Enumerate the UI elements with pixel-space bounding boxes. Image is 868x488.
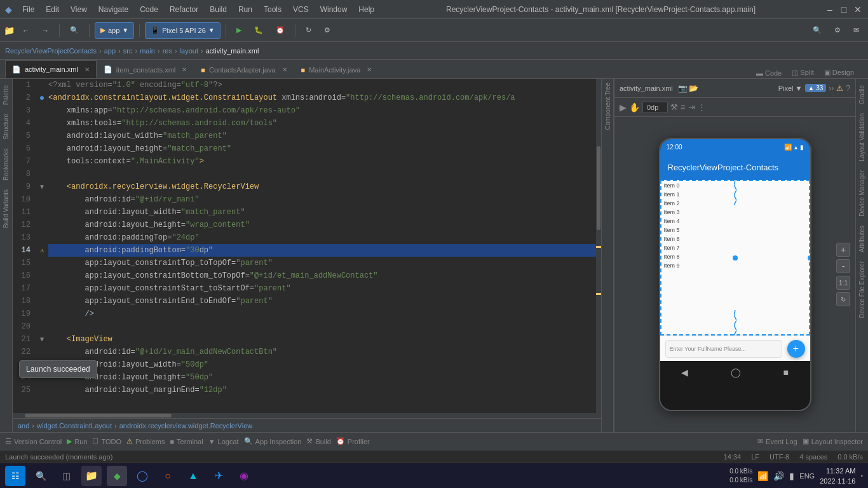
more-options-btn[interactable]: ›› xyxy=(829,84,834,93)
device-selector-button[interactable]: 📱 Pixel 5 API 26 ▼ xyxy=(145,22,220,39)
todo-btn[interactable]: ☐ TODO xyxy=(92,437,121,445)
tab-close-4[interactable]: ✕ xyxy=(367,66,372,73)
structure-panel-tab[interactable]: Structure xyxy=(1,110,11,144)
run-button[interactable]: ▶ xyxy=(231,22,247,39)
bookmarks-panel-tab[interactable]: Bookmarks xyxy=(1,145,11,184)
close-button[interactable]: ✕ xyxy=(853,4,863,15)
profiler-btn[interactable]: ⏰ Profiler xyxy=(336,437,370,445)
menu-window[interactable]: Window xyxy=(318,4,350,15)
split-view-btn[interactable]: ◫ Split xyxy=(788,67,817,78)
tab-close-2[interactable]: ✕ xyxy=(182,66,187,73)
search-everywhere-button[interactable]: 🔍 xyxy=(65,22,84,39)
dsb-tool-4[interactable]: ⋮ xyxy=(698,102,706,112)
design-view-btn[interactable]: ▣ Design xyxy=(820,67,858,78)
breadcrumb-app[interactable]: app xyxy=(104,47,116,55)
gutter-fold-9[interactable]: ▼ xyxy=(36,180,48,193)
menu-build[interactable]: Build xyxy=(207,4,229,15)
firefox-taskbar-btn[interactable]: ○ xyxy=(158,466,178,486)
run-config-button[interactable]: ▶ app ▼ xyxy=(95,22,134,39)
dsb-padding-input[interactable]: 0dp xyxy=(642,102,668,113)
breadcrumb-file[interactable]: activity_main.xml xyxy=(206,47,259,55)
menu-help[interactable]: Help xyxy=(356,4,377,15)
profile-button[interactable]: ⏰ xyxy=(271,22,290,39)
component-tree-tab[interactable]: Component Tree xyxy=(602,79,613,134)
dsb-tool-1[interactable]: ⚒ xyxy=(670,102,678,112)
tab-close-1[interactable]: ✕ xyxy=(85,66,90,73)
dsb-cursor-btn[interactable]: ▶ xyxy=(620,102,627,112)
breadcrumb-src[interactable]: src xyxy=(123,47,133,55)
fit-screen-btn[interactable]: 1:1 xyxy=(836,276,850,290)
gutter-fold-21[interactable]: ▼ xyxy=(36,333,48,346)
breadcrumb-main[interactable]: main xyxy=(140,47,155,55)
menu-tools[interactable]: Tools xyxy=(261,4,284,15)
chrome-taskbar-btn[interactable]: ◯ xyxy=(132,466,153,486)
logcat-btn[interactable]: ▼ Logcat xyxy=(208,438,239,445)
gradle-panel-tab[interactable]: Gradle xyxy=(857,81,867,108)
right-handle[interactable] xyxy=(808,255,811,261)
dsb-tool-2[interactable]: ≡ xyxy=(681,102,686,112)
gradle-sync-button[interactable]: ⚙ xyxy=(319,22,336,39)
undo-button[interactable]: ← xyxy=(17,22,34,39)
show-desktop-btn[interactable]: ▪ xyxy=(860,472,863,479)
pixel-selector[interactable]: Pixel ▼ xyxy=(778,85,803,92)
zoom-out-btn[interactable]: - xyxy=(836,259,850,273)
build-btn[interactable]: ⚒ Build xyxy=(306,437,330,445)
dsb-hand-btn[interactable]: ✋ xyxy=(629,102,640,112)
bc-recyclerview[interactable]: androidx.recyclerview.widget.RecyclerVie… xyxy=(119,422,253,430)
menu-vcs[interactable]: VCS xyxy=(290,4,311,15)
breadcrumb-layout[interactable]: layout xyxy=(180,47,198,55)
redo-button[interactable]: → xyxy=(37,22,54,39)
menu-file[interactable]: File xyxy=(20,4,37,15)
menu-code[interactable]: Code xyxy=(137,4,161,15)
palette-panel-tab[interactable]: Palette xyxy=(1,81,11,109)
layout-inspector-btn[interactable]: ▣ Layout Inspector xyxy=(803,437,863,445)
dsb-tool-3[interactable]: ⇥ xyxy=(688,102,695,112)
start-button[interactable]: ☷ xyxy=(5,466,25,486)
editor-hscroll[interactable] xyxy=(13,413,601,418)
code-view-btn[interactable]: ▬ Code xyxy=(752,68,785,78)
api-level-badge[interactable]: ▲ 33 xyxy=(805,84,827,92)
tab-main-activity[interactable]: ■ MainActivity.java ✕ xyxy=(294,60,379,78)
version-control-btn[interactable]: ☰ Version Control xyxy=(5,437,62,445)
tab-close-3[interactable]: ✕ xyxy=(282,66,287,73)
minimize-button[interactable]: – xyxy=(825,4,835,15)
app-inspection-btn[interactable]: 🔍 App Inspection xyxy=(244,437,302,445)
help-design-btn[interactable]: ? xyxy=(846,84,850,93)
sync-button[interactable]: ↻ xyxy=(301,22,316,39)
search-button[interactable]: 🔍 xyxy=(808,22,827,39)
maximize-button[interactable]: □ xyxy=(839,4,849,15)
menu-refactor[interactable]: Refactor xyxy=(167,4,201,15)
tab-activity-main[interactable]: 📄 activity_main.xml ✕ xyxy=(5,60,97,78)
settings-button[interactable]: ⚙ xyxy=(829,22,846,39)
reset-zoom-btn[interactable]: ↻ xyxy=(836,292,850,306)
menu-view[interactable]: View xyxy=(68,4,90,15)
app5-taskbar-btn[interactable]: ▲ xyxy=(183,466,203,486)
problems-btn[interactable]: ⚠ Problems xyxy=(126,437,165,445)
file-explorer-taskbar-btn[interactable]: 📁 xyxy=(81,466,102,486)
search-taskbar-btn[interactable]: 🔍 xyxy=(31,466,51,486)
notifications-button[interactable]: ✉ xyxy=(848,22,864,39)
device-manager-panel-tab[interactable]: Device Manager xyxy=(857,166,867,220)
tab-item-contacts[interactable]: 📄 item_constacts.xml ✕ xyxy=(97,60,194,78)
layout-validation-panel-tab[interactable]: Layout Validation xyxy=(857,109,867,165)
android-studio-taskbar-btn[interactable]: ◆ xyxy=(107,466,127,486)
editor-vscroll[interactable] xyxy=(596,79,601,413)
terminal-btn[interactable]: ■ Terminal xyxy=(170,438,203,445)
breadcrumb-project[interactable]: RecyclerViewProjectContacts xyxy=(5,47,97,55)
breadcrumb-res[interactable]: res xyxy=(163,47,172,55)
menu-run[interactable]: Run xyxy=(236,4,255,15)
build-variants-panel-tab[interactable]: Build Variants xyxy=(1,186,11,232)
task-view-btn[interactable]: ◫ xyxy=(56,466,76,486)
run-panel-btn[interactable]: ▶ Run xyxy=(67,437,87,445)
menu-navigate[interactable]: Navigate xyxy=(96,4,131,15)
bc-and[interactable]: and xyxy=(18,422,29,430)
tab-contacts-adapter[interactable]: ■ ContactsAdapter.java ✕ xyxy=(194,60,294,78)
zoom-in-btn[interactable]: + xyxy=(836,243,850,257)
center-handle-top[interactable] xyxy=(733,255,738,261)
device-file-explorer-tab[interactable]: Device File Explorer xyxy=(857,257,867,322)
app7-taskbar-btn[interactable]: ◉ xyxy=(234,466,254,486)
menu-edit[interactable]: Edit xyxy=(43,4,62,15)
bc-constraintlayout[interactable]: widget.ConstraintLayout xyxy=(37,422,112,430)
telegram-taskbar-btn[interactable]: ✈ xyxy=(208,466,229,486)
debug-button[interactable]: 🐛 xyxy=(249,22,268,39)
